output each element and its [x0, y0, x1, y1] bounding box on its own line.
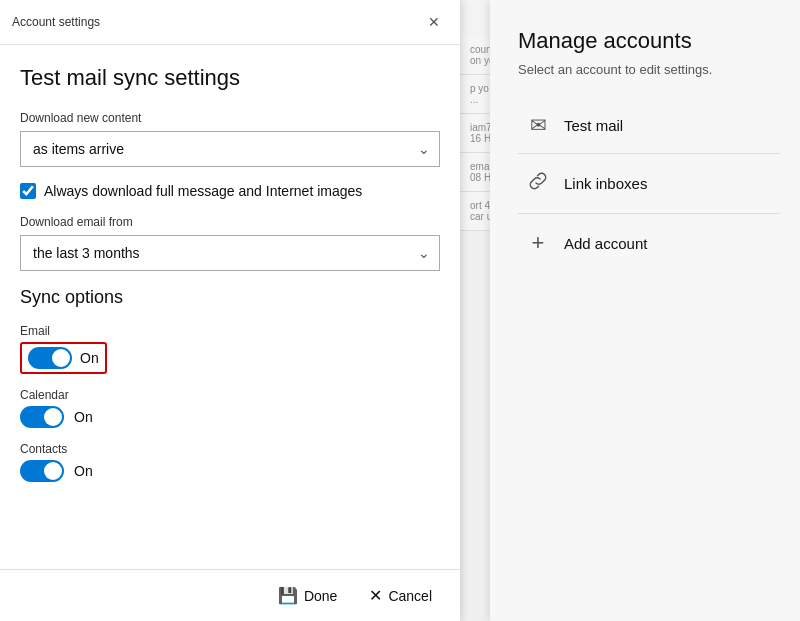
- contacts-toggle[interactable]: [20, 460, 64, 482]
- account-settings-panel: Account settings ✕ Test mail sync settin…: [0, 0, 460, 621]
- calendar-toggle-row: On: [20, 406, 440, 428]
- account-item-test-mail[interactable]: ✉ Test mail: [518, 101, 780, 149]
- contacts-sync-item: Contacts On: [20, 442, 440, 482]
- test-mail-label: Test mail: [564, 117, 623, 134]
- close-button[interactable]: ✕: [420, 8, 448, 36]
- download-new-content-label: Download new content: [20, 111, 440, 125]
- manage-accounts-subtitle: Select an account to edit settings.: [518, 62, 780, 77]
- download-new-content-dropdown[interactable]: as items arrive every 15 minutes every 3…: [20, 131, 440, 167]
- checkbox-row: Always download full message and Interne…: [20, 183, 440, 199]
- cancel-label: Cancel: [388, 588, 432, 604]
- email-sync-item: Email On: [20, 324, 440, 374]
- download-new-content-dropdown-wrapper: as items arrive every 15 minutes every 3…: [20, 131, 440, 167]
- contacts-label: Contacts: [20, 442, 440, 456]
- link-inboxes-label: Link inboxes: [564, 175, 647, 192]
- email-toggle-text: On: [80, 350, 99, 366]
- panel-title: Account settings: [12, 15, 100, 29]
- calendar-sync-item: Calendar On: [20, 388, 440, 428]
- sync-section-title: Sync options: [20, 287, 440, 308]
- panel-footer: 💾 Done ✕ Cancel: [0, 569, 460, 621]
- add-icon: +: [526, 230, 550, 256]
- email-label: Email: [20, 324, 440, 338]
- divider-2: [518, 213, 780, 214]
- link-icon: [526, 170, 550, 197]
- done-button[interactable]: 💾 Done: [270, 580, 345, 611]
- panel-title-bar: Account settings ✕: [0, 0, 460, 45]
- cancel-button[interactable]: ✕ Cancel: [361, 580, 440, 611]
- account-item-add-account[interactable]: + Add account: [518, 218, 780, 268]
- divider-1: [518, 153, 780, 154]
- download-email-label: Download email from: [20, 215, 440, 229]
- contacts-toggle-row: On: [20, 460, 440, 482]
- cancel-icon: ✕: [369, 586, 382, 605]
- panel-content: Test mail sync settings Download new con…: [0, 45, 460, 569]
- contacts-toggle-text: On: [74, 463, 93, 479]
- manage-accounts-title: Manage accounts: [518, 28, 780, 54]
- screen-container: coun on yo p yo ... iam78 16 He eman 08 …: [0, 0, 800, 621]
- section-title: Test mail sync settings: [20, 65, 440, 91]
- add-account-label: Add account: [564, 235, 647, 252]
- calendar-label: Calendar: [20, 388, 440, 402]
- account-item-link-inboxes[interactable]: Link inboxes: [518, 158, 780, 209]
- mail-icon: ✉: [526, 113, 550, 137]
- done-label: Done: [304, 588, 337, 604]
- calendar-toggle[interactable]: [20, 406, 64, 428]
- download-email-dropdown-wrapper: the last 3 months the last 7 days the la…: [20, 235, 440, 271]
- calendar-toggle-text: On: [74, 409, 93, 425]
- full-message-checkbox[interactable]: [20, 183, 36, 199]
- email-toggle-container: On: [20, 342, 107, 374]
- done-icon: 💾: [278, 586, 298, 605]
- download-email-dropdown[interactable]: the last 3 months the last 7 days the la…: [20, 235, 440, 271]
- email-toggle[interactable]: [28, 347, 72, 369]
- manage-accounts-panel: Manage accounts Select an account to edi…: [490, 0, 800, 621]
- full-message-checkbox-label[interactable]: Always download full message and Interne…: [44, 183, 362, 199]
